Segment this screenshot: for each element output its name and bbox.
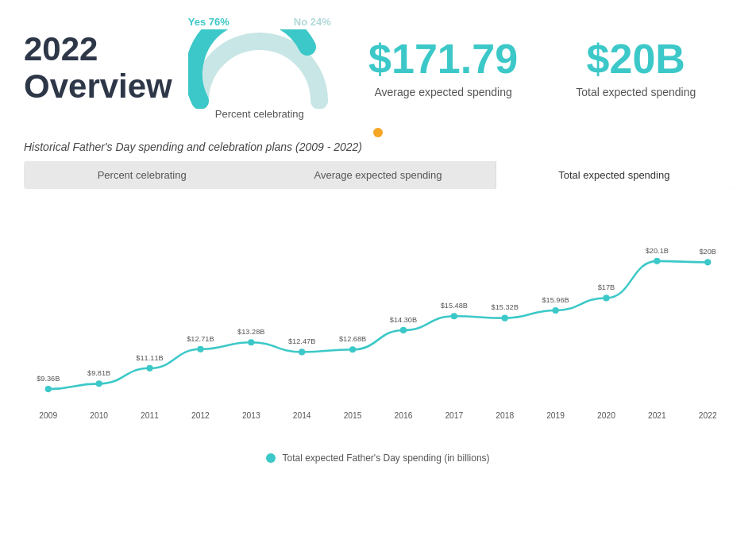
gauge-svg — [188, 29, 331, 105]
svg-text:$14.30B: $14.30B — [390, 316, 417, 324]
chart-legend: Total expected Father's Day spending (in… — [24, 452, 732, 464]
svg-point-9 — [197, 346, 203, 352]
svg-point-21 — [400, 327, 407, 333]
svg-point-36 — [654, 258, 660, 264]
average-value: $171.79 — [368, 38, 518, 79]
title-block: 2022 Overview — [24, 31, 172, 104]
total-label: Total expected spending — [576, 86, 696, 98]
orange-dot — [373, 128, 383, 137]
tab-percent-celebrating[interactable]: Percent celebrating — [24, 161, 260, 189]
svg-text:$20.1B: $20.1B — [646, 247, 669, 255]
svg-point-24 — [451, 313, 457, 319]
svg-point-39 — [704, 259, 711, 265]
gauge-block: Yes 76% No 24% Percent celebrating — [172, 16, 347, 120]
svg-text:$12.68B: $12.68B — [339, 335, 366, 343]
svg-point-12 — [248, 339, 254, 345]
total-stat-block: $20B Total expected spending — [539, 30, 732, 106]
svg-text:2013: 2013 — [242, 411, 260, 420]
average-label: Average expected spending — [374, 86, 511, 98]
line-chart: $9.36B2009$9.81B2010$11.11B2011$12.71B20… — [24, 205, 732, 443]
svg-text:2022: 2022 — [699, 411, 717, 420]
svg-point-6 — [146, 365, 152, 372]
svg-text:2016: 2016 — [395, 411, 413, 420]
gauge-no-label: No 24% — [294, 16, 331, 28]
average-stat-block: $171.79 Average expected spending — [347, 30, 540, 106]
tab-average-spending[interactable]: Average expected spending — [260, 161, 496, 189]
svg-text:2012: 2012 — [191, 411, 210, 420]
svg-text:$17B: $17B — [598, 283, 615, 291]
svg-text:2011: 2011 — [141, 411, 159, 420]
svg-text:$13.28B: $13.28B — [237, 328, 264, 336]
svg-text:2020: 2020 — [597, 411, 615, 420]
svg-point-3 — [96, 380, 102, 387]
legend-label: Total expected Father's Day spending (in… — [282, 452, 489, 464]
svg-point-18 — [349, 346, 356, 352]
svg-text:2010: 2010 — [90, 411, 108, 420]
chart-area: $9.36B2009$9.81B2010$11.11B2011$12.71B20… — [24, 205, 732, 443]
svg-text:$20B: $20B — [699, 248, 716, 256]
gauge-labels: Yes 76% No 24% — [188, 16, 331, 28]
svg-text:$15.96B: $15.96B — [542, 296, 569, 304]
historical-title: Historical Father's Day spending and cel… — [24, 141, 732, 153]
svg-text:$12.47B: $12.47B — [288, 337, 315, 345]
svg-text:$15.48B: $15.48B — [441, 302, 468, 310]
svg-text:$12.71B: $12.71B — [187, 335, 214, 343]
gauge-yes-label: Yes 76% — [188, 16, 230, 28]
svg-text:2021: 2021 — [648, 411, 666, 420]
svg-text:2015: 2015 — [344, 411, 362, 420]
svg-text:2017: 2017 — [445, 411, 463, 420]
year-heading: 2022 — [24, 31, 172, 67]
overview-heading: Overview — [24, 68, 172, 105]
total-value: $20B — [587, 38, 685, 79]
svg-text:$15.32B: $15.32B — [492, 303, 519, 311]
svg-text:2009: 2009 — [39, 411, 57, 420]
gauge-caption: Percent celebrating — [215, 108, 304, 120]
tab-total-spending[interactable]: Total expected spending — [496, 161, 732, 189]
divider-row — [24, 128, 732, 137]
tabs-container: Percent celebrating Average expected spe… — [24, 161, 732, 189]
svg-text:2018: 2018 — [496, 411, 514, 420]
svg-point-30 — [552, 307, 558, 314]
svg-point-33 — [603, 295, 609, 301]
svg-text:2014: 2014 — [293, 411, 311, 420]
svg-point-15 — [299, 349, 305, 355]
svg-text:$11.11B: $11.11B — [136, 354, 163, 362]
svg-text:$9.36B: $9.36B — [37, 375, 60, 383]
svg-text:2019: 2019 — [546, 411, 565, 420]
svg-point-0 — [45, 386, 52, 392]
legend-dot — [266, 453, 276, 463]
svg-text:$9.81B: $9.81B — [87, 369, 110, 377]
svg-point-27 — [502, 315, 508, 322]
